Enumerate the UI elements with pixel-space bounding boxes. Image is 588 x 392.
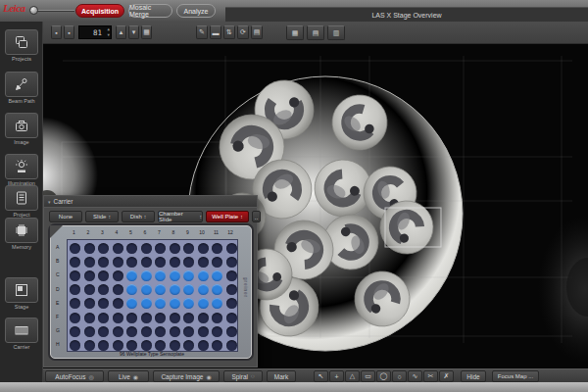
line-tool-icon[interactable]: ▬: [210, 25, 221, 39]
well-G7[interactable]: [155, 326, 166, 337]
well-C3[interactable]: [98, 270, 109, 281]
col-view-icon[interactable]: ▥: [327, 25, 345, 40]
well-F9[interactable]: [183, 313, 194, 323]
well-A7[interactable]: [155, 243, 166, 254]
well-D3[interactable]: [98, 284, 109, 295]
position-display[interactable]: 81 ▲▼: [78, 25, 112, 39]
well-C6[interactable]: [141, 270, 152, 281]
well-F3[interactable]: [98, 313, 109, 323]
well-F10[interactable]: [198, 313, 209, 323]
well-B10[interactable]: [198, 257, 209, 268]
well-G10[interactable]: [198, 326, 209, 337]
well-A9[interactable]: [183, 243, 194, 254]
well-F11[interactable]: [212, 313, 222, 323]
row-view-icon[interactable]: ▤: [307, 25, 324, 40]
sidebar-item-beam-path[interactable]: [5, 72, 38, 97]
well-A8[interactable]: [170, 243, 180, 254]
well-C4[interactable]: [113, 270, 123, 281]
autofocus-button[interactable]: AutoFocus◎: [45, 370, 104, 382]
carrier-type-well-plate[interactable]: Well Plate↕: [206, 211, 249, 222]
well-H9[interactable]: [183, 340, 194, 351]
sidebar-item-stage[interactable]: [5, 277, 38, 303]
well-D7[interactable]: [155, 284, 166, 295]
well-A12[interactable]: [226, 243, 237, 254]
cut-icon[interactable]: ✂: [423, 370, 438, 382]
sidebar-item-carrier[interactable]: [5, 318, 38, 343]
well-H8[interactable]: [170, 340, 180, 351]
well-F4[interactable]: [113, 313, 123, 323]
well-D10[interactable]: [198, 284, 209, 295]
well-B2[interactable]: [84, 257, 95, 268]
well-F8[interactable]: [170, 313, 180, 323]
well-A4[interactable]: [113, 243, 123, 254]
well-C5[interactable]: [126, 270, 137, 281]
well-G2[interactable]: [84, 326, 95, 337]
well-H5[interactable]: [126, 340, 137, 351]
zoom-slider-track[interactable]: [35, 10, 74, 12]
refresh-icon[interactable]: ⟳: [237, 25, 249, 39]
live-button[interactable]: Live◉: [108, 370, 149, 382]
carrier-more-button[interactable]: ‥: [252, 211, 261, 222]
spiral-button[interactable]: Spiral◌: [223, 370, 263, 382]
list-icon[interactable]: ▤: [251, 25, 263, 39]
well-D4[interactable]: [113, 284, 123, 295]
well-C9[interactable]: [183, 270, 194, 281]
well-D9[interactable]: [183, 284, 194, 295]
well-B9[interactable]: [183, 257, 194, 268]
well-E2[interactable]: [84, 298, 95, 309]
well-B11[interactable]: [212, 257, 222, 268]
well-C11[interactable]: [212, 270, 222, 281]
toolbar-button-1[interactable]: ▪: [51, 25, 62, 39]
well-G1[interactable]: [70, 326, 80, 337]
well-F5[interactable]: [126, 313, 137, 323]
sidebar-item-project[interactable]: [5, 185, 38, 211]
well-E10[interactable]: [198, 298, 209, 309]
well-E11[interactable]: [212, 298, 222, 309]
well-E12[interactable]: [226, 298, 237, 309]
well-A2[interactable]: [84, 243, 95, 254]
well-A3[interactable]: [98, 243, 109, 254]
ellipse-icon[interactable]: ◯: [376, 370, 391, 382]
well-D8[interactable]: [170, 284, 180, 295]
well-D5[interactable]: [126, 284, 137, 295]
pointer-icon[interactable]: ↖: [314, 370, 328, 382]
well-H11[interactable]: [212, 340, 222, 351]
well-G8[interactable]: [170, 326, 180, 337]
well-F1[interactable]: [70, 313, 80, 323]
well-H6[interactable]: [141, 340, 152, 351]
carrier-type-slide[interactable]: Slide↕: [85, 211, 119, 222]
well-C2[interactable]: [84, 270, 95, 281]
add-point-icon[interactable]: +: [329, 370, 344, 382]
well-G6[interactable]: [141, 326, 152, 337]
tab-mosaic-merge[interactable]: Mosaic Merge: [128, 4, 172, 18]
mark-button[interactable]: Mark: [267, 370, 296, 382]
options-grid-icon[interactable]: ▦: [141, 25, 152, 39]
well-H4[interactable]: [113, 340, 123, 351]
well-C8[interactable]: [170, 270, 180, 281]
well-F6[interactable]: [141, 313, 152, 323]
well-G4[interactable]: [113, 326, 123, 337]
well-H2[interactable]: [84, 340, 95, 351]
well-E7[interactable]: [155, 298, 166, 309]
capture-image-button[interactable]: Capture Image◉: [153, 370, 220, 382]
well-A1[interactable]: [70, 243, 80, 254]
sidebar-item-image[interactable]: [5, 113, 38, 138]
swap-icon[interactable]: ⇅: [223, 25, 235, 39]
well-C12[interactable]: [226, 270, 237, 281]
well-A5[interactable]: [126, 243, 137, 254]
well-E9[interactable]: [183, 298, 194, 309]
well-F2[interactable]: [84, 313, 95, 323]
position-spinner[interactable]: ▲▼: [108, 26, 110, 38]
well-A11[interactable]: [212, 243, 222, 254]
well-H1[interactable]: [70, 340, 80, 351]
step-up-icon[interactable]: ▴: [116, 25, 126, 39]
well-D6[interactable]: [141, 284, 152, 295]
well-C1[interactable]: [70, 270, 80, 281]
well-B3[interactable]: [98, 257, 109, 268]
well-H10[interactable]: [198, 340, 209, 351]
rectangle-icon[interactable]: ▭: [361, 370, 375, 382]
polygon-icon[interactable]: △: [345, 370, 360, 382]
delete-icon[interactable]: ✗: [439, 370, 454, 382]
carrier-type-none[interactable]: None: [49, 211, 82, 222]
well-A10[interactable]: [198, 243, 209, 254]
